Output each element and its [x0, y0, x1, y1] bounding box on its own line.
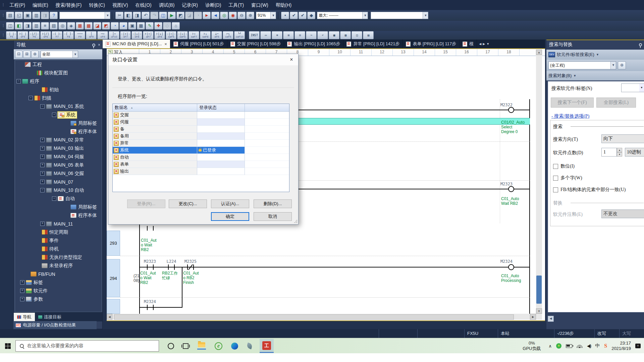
cortana-button[interactable] — [168, 343, 174, 349]
expand-all-icon[interactable]: ⊞ — [23, 51, 31, 58]
scroll-right-icon[interactable]: ▶ — [530, 314, 536, 320]
menu-item[interactable]: 搜索/替换(F) — [52, 0, 86, 10]
tree-item[interactable]: + MAIN_11 — [15, 220, 102, 228]
hline-write-icon[interactable]: ▭ — [260, 31, 271, 39]
device-table-icon[interactable]: ◩ — [102, 22, 110, 29]
tree-expander-icon[interactable]: − — [52, 113, 56, 117]
radix-combo[interactable]: 10进制 — [625, 148, 644, 157]
device-list-icon[interactable]: ▦ — [76, 22, 84, 29]
help-icon[interactable]: ? — [50, 12, 58, 19]
menu-item[interactable]: 记录(R) — [178, 0, 201, 10]
ladder-symbol-button[interactable]: ⊥─ aF5 — [211, 31, 222, 39]
dialog-title-bar[interactable]: 块口令设置 × — [108, 54, 298, 65]
ladder-symbol-button[interactable]: ⊦|↓| aF8 — [154, 31, 165, 39]
tree-item[interactable]: − MAIN_10 自动 — [15, 186, 102, 194]
pin-icon[interactable] — [639, 43, 642, 46]
document-tab[interactable]: 表单 [PRG] [LD] 117步 — [403, 40, 460, 48]
task-view-button[interactable] — [183, 343, 189, 349]
power-capacity-tab[interactable]: I/O 电源容量 / I/O点数检查结果 — [13, 321, 97, 329]
change-button[interactable]: 更改(C)... — [169, 199, 207, 208]
gx-works-taskbar-button[interactable]: 工 — [260, 339, 274, 353]
ladder-symbol-button[interactable]: │✂ cF10 — [109, 31, 119, 39]
print-icon[interactable]: ▥ — [32, 12, 40, 19]
tab-scroll-right-icon[interactable]: ▶ — [483, 42, 485, 46]
document-tab[interactable]: 模 — [460, 40, 477, 48]
tree-expander-icon[interactable]: + — [40, 222, 45, 226]
edit-io-icon[interactable]: ✎ — [146, 22, 154, 29]
save-project-icon[interactable]: ▣ — [23, 12, 32, 19]
monitor-start-icon[interactable]: ◉ — [229, 12, 237, 19]
output-window-icon[interactable]: ▤ — [50, 22, 58, 29]
tree-item[interactable]: 局部标签 — [15, 203, 102, 211]
checkbox[interactable] — [553, 176, 558, 181]
menu-item[interactable]: 诊断(D) — [202, 0, 225, 10]
dialog-close-icon[interactable]: × — [285, 54, 298, 65]
tree-item[interactable]: FB/FUN — [15, 270, 102, 278]
tree-expander-icon[interactable]: + — [40, 171, 45, 176]
menu-item[interactable]: 转换(C) — [85, 0, 108, 10]
scroll-up-icon[interactable]: ▲ — [536, 50, 542, 55]
tab-list-icon[interactable]: ▼ — [486, 42, 489, 46]
tree-settings-gear-icon[interactable]: ⊛ — [31, 51, 39, 58]
collapse-all-icon[interactable]: ⊟ — [15, 51, 22, 58]
ladder-symbol-button[interactable]: ─✂ cF9 — [97, 31, 108, 39]
tree-item[interactable]: 程序本体 — [15, 211, 102, 220]
action-center-icon[interactable]: ≡ — [635, 344, 641, 348]
menu-item[interactable]: 编辑(E) — [29, 0, 52, 10]
ladder-symbol-button[interactable]: ⊦| | sF5 — [17, 31, 28, 39]
coil-symbol[interactable] — [508, 107, 514, 113]
ladder-symbol-button[interactable]: -( )- F7 — [52, 31, 62, 39]
device-find-rung-icon[interactable]: ▤ — [363, 31, 374, 39]
edit-cut-rung-icon[interactable]: ✂ — [306, 31, 317, 39]
coil-symbol[interactable] — [508, 186, 514, 192]
tree-expander-icon[interactable]: + — [40, 163, 45, 167]
tree-expander-icon[interactable]: − — [29, 96, 33, 100]
paste-icon[interactable]: ◨ — [133, 12, 141, 19]
tree-item[interactable]: 恒定周期 — [15, 228, 102, 236]
module-configuration-icon[interactable]: ◧ — [15, 22, 23, 29]
document-tab[interactable]: 异常 [PRG] [LD] 1421步 — [343, 40, 403, 48]
tree-expander-icon[interactable]: + — [40, 138, 45, 142]
device-batch-icon[interactable]: ▩ — [85, 22, 93, 29]
menu-item[interactable]: 调试(B) — [155, 0, 178, 10]
fb-instance-icon[interactable]: ▣ — [128, 22, 136, 29]
tree-item[interactable]: + MAIN_07 — [15, 178, 102, 186]
ladder-symbol-button[interactable]: -|⇓|- saF6 — [177, 31, 188, 39]
write-to-plc-icon[interactable]: ► — [203, 12, 211, 19]
open-project-icon[interactable]: ◱ — [15, 12, 23, 19]
ladder-symbol-button[interactable]: └┘ caF10 — [234, 31, 245, 39]
tree-item[interactable]: + MAIN_02 异常 — [15, 136, 102, 144]
备用[interactable]: 备用 — [113, 133, 289, 140]
battery-icon[interactable] — [566, 344, 572, 348]
read-from-plc-icon[interactable]: ◄ — [211, 12, 219, 19]
comment-edit-icon[interactable]: ▦ — [329, 31, 339, 39]
输出[interactable]: 输出 — [113, 168, 289, 175]
brush-app-button[interactable] — [247, 343, 252, 349]
statement-edit-icon[interactable]: ▧ — [340, 31, 351, 39]
scroll-left-icon[interactable]: ◀ — [107, 314, 112, 320]
tree-filter-combo[interactable]: 全部▼ — [41, 51, 78, 58]
tree-item[interactable]: 未登录程序 — [15, 261, 102, 270]
redo-disabled-icon[interactable]: ↷ — [150, 12, 158, 19]
scroll-down-icon[interactable]: ▼ — [536, 308, 542, 314]
file-explorer-button[interactable] — [197, 342, 206, 350]
find-instruction-icon[interactable]: ◈ — [67, 22, 75, 29]
ladder-symbol-button[interactable]: -|↓|- sF8 — [131, 31, 142, 39]
表单[interactable]: 表单 — [113, 161, 289, 168]
taskbar-search-input[interactable]: 在这里输入你要搜索的内容 — [15, 340, 159, 352]
ladder-symbol-button[interactable]: │ sF9 — [86, 31, 97, 39]
ime-indicator[interactable]: 中 — [595, 343, 600, 349]
ladder-symbol-button[interactable]: -|⇑|- saF5 — [166, 31, 176, 39]
copy-icon[interactable]: ◧ — [124, 12, 132, 19]
comment-mode-combo[interactable]: 不更改 — [601, 209, 644, 218]
tree-item[interactable]: − 程序 — [15, 77, 102, 85]
copy-data-disabled-icon[interactable]: ◨ — [41, 12, 49, 19]
ladder-symbol-button[interactable]: ⌐┐ caF5 — [223, 31, 233, 39]
window-combo[interactable]: ▼ — [371, 12, 428, 19]
tree-item[interactable]: + 软元件 — [15, 287, 102, 295]
horizontal-scroll-thumb[interactable] — [114, 314, 514, 320]
wifi-icon[interactable] — [577, 344, 583, 348]
ladder-symbol-button[interactable]: ⊦⇑ saF7 — [189, 31, 199, 39]
cancel-button[interactable]: 取消 — [254, 212, 292, 221]
convert-icon[interactable]: ◆ — [307, 12, 315, 19]
